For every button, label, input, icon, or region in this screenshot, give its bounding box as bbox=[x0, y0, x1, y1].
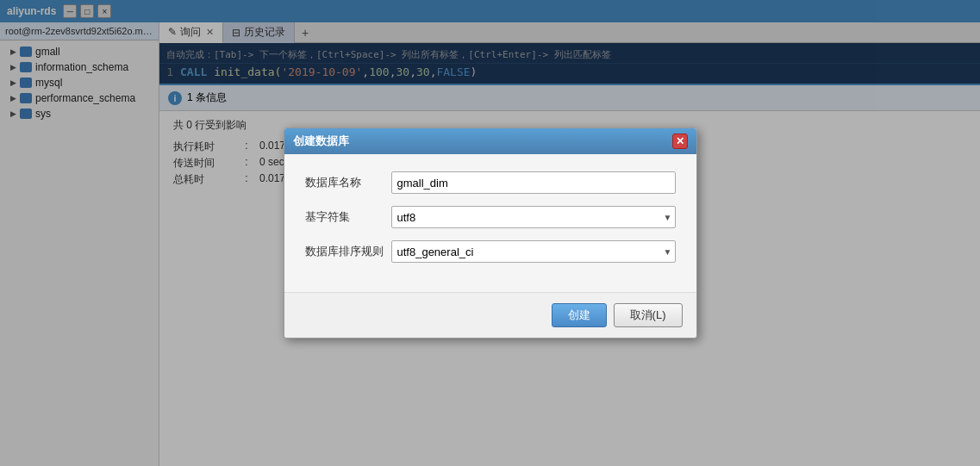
form-row-collation: 数据库排序规则 utf8_general_ci utf8_unicode_ci … bbox=[305, 240, 676, 263]
create-database-modal: 创建数据库 ✕ 数据库名称 基字符集 utf8 utf8mb4 latin1 g… bbox=[284, 127, 697, 339]
form-label-charset: 基字符集 bbox=[305, 209, 391, 225]
form-label-dbname: 数据库名称 bbox=[305, 175, 391, 190]
collation-select-wrapper: utf8_general_ci utf8_unicode_ci utf8_bin… bbox=[391, 240, 676, 263]
form-row-dbname: 数据库名称 bbox=[305, 171, 676, 194]
modal-titlebar: 创建数据库 ✕ bbox=[284, 128, 696, 154]
database-name-input[interactable] bbox=[391, 171, 676, 194]
charset-select[interactable]: utf8 utf8mb4 latin1 gbk bbox=[391, 206, 676, 228]
modal-body: 数据库名称 基字符集 utf8 utf8mb4 latin1 gbk ▼ bbox=[284, 154, 696, 292]
create-button[interactable]: 创建 bbox=[552, 303, 607, 327]
form-label-collation: 数据库排序规则 bbox=[305, 244, 391, 259]
form-row-charset: 基字符集 utf8 utf8mb4 latin1 gbk ▼ bbox=[305, 206, 676, 228]
modal-title: 创建数据库 bbox=[293, 134, 349, 149]
charset-select-wrapper: utf8 utf8mb4 latin1 gbk ▼ bbox=[391, 206, 676, 228]
modal-close-button[interactable]: ✕ bbox=[672, 134, 688, 149]
cancel-button[interactable]: 取消(L) bbox=[614, 303, 683, 327]
collation-select[interactable]: utf8_general_ci utf8_unicode_ci utf8_bin bbox=[391, 240, 676, 263]
modal-overlay: 创建数据库 ✕ 数据库名称 基字符集 utf8 utf8mb4 latin1 g… bbox=[0, 0, 980, 466]
modal-footer: 创建 取消(L) bbox=[284, 292, 696, 338]
